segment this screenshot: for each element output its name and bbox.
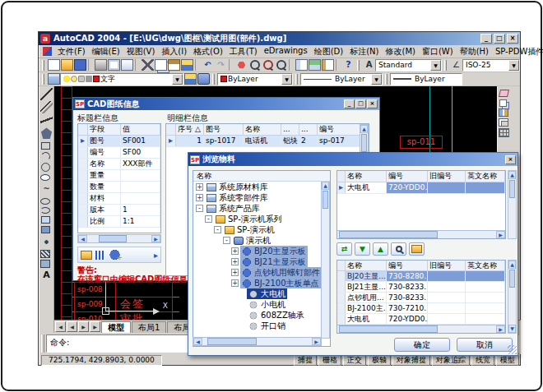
expand-toggle-icon[interactable]: + xyxy=(196,183,203,191)
linetype-combo[interactable]: ByLayer ▼ xyxy=(300,73,383,85)
scrollbar-thumb[interactable] xyxy=(99,235,127,242)
scrollbar-thumb[interactable] xyxy=(339,325,438,333)
column-header[interactable]: 英文名称 xyxy=(466,171,505,182)
first-tab-icon[interactable]: ◀ xyxy=(55,321,66,332)
rectangle-icon[interactable] xyxy=(41,142,50,150)
chevron-down-icon[interactable]: ▼ xyxy=(172,74,183,85)
chevron-down-icon[interactable]: ▼ xyxy=(281,74,292,85)
column-header[interactable]: 名称 xyxy=(346,171,387,182)
maximize-button[interactable]: □ xyxy=(494,34,505,44)
layer-previous-icon[interactable] xyxy=(184,73,197,85)
toolbar-grip[interactable] xyxy=(357,60,360,71)
value-cell[interactable]: 1:1 xyxy=(121,216,160,227)
point-icon[interactable] xyxy=(40,236,53,248)
table-row[interactable]: 点钞机用... 730-8233... xyxy=(337,293,505,303)
menu-item[interactable]: eDrawings xyxy=(261,45,311,58)
menu-item[interactable]: 工具(T) xyxy=(226,45,261,58)
line-icon[interactable] xyxy=(40,88,53,100)
status-toggle-button[interactable]: 对象捕捉 xyxy=(392,355,430,366)
toolbar-grip[interactable] xyxy=(42,60,44,71)
menu-item[interactable]: 视图(V) xyxy=(123,45,159,58)
table-row[interactable]: BJ20主显... 730-8280... xyxy=(337,271,505,282)
scroll-up-icon[interactable]: ▲ xyxy=(360,125,368,133)
plot-icon[interactable] xyxy=(95,59,107,71)
designcenter-icon[interactable] xyxy=(309,59,321,71)
status-toggle-button[interactable]: 模型 xyxy=(496,355,519,366)
toolbar-grip[interactable] xyxy=(444,60,447,71)
tree-item[interactable]: 608ZZ轴承 xyxy=(193,310,330,321)
last-tab-icon[interactable]: ▶ xyxy=(90,321,100,332)
scroll-left-icon[interactable]: ◀ xyxy=(78,235,87,242)
value-cell[interactable] xyxy=(121,170,160,181)
tree-item[interactable]: - SP-演示机系列 xyxy=(193,214,330,224)
cut-icon[interactable] xyxy=(142,59,154,71)
table-row[interactable]: 编号 SF00 xyxy=(78,147,160,159)
erase-icon[interactable] xyxy=(499,90,509,97)
menu-item[interactable]: 修改(M) xyxy=(382,45,418,58)
layout-tab[interactable]: 模型 xyxy=(101,321,131,333)
help-icon[interactable]: ? xyxy=(342,59,355,71)
menu-item[interactable]: 绘图(D) xyxy=(311,45,347,58)
revision-cloud-icon[interactable] xyxy=(40,174,50,181)
zoom-realtime-icon[interactable] xyxy=(248,59,261,71)
column-header[interactable]: 值 xyxy=(121,124,160,135)
zoom-previous-icon[interactable] xyxy=(275,59,287,71)
scroll-up-icon[interactable]: ▲ xyxy=(322,182,329,190)
layer-states-icon[interactable] xyxy=(197,73,210,85)
tree-item[interactable]: + BJ-2100主板单点 xyxy=(193,278,330,288)
tree-item[interactable]: + 系统零部件库 xyxy=(193,192,330,203)
table-row[interactable]: BJ-2100主... 730-7210... xyxy=(337,303,505,314)
insert-block-icon[interactable] xyxy=(41,216,50,224)
scrollbar-thumb[interactable] xyxy=(323,191,328,209)
column-header[interactable]: ... xyxy=(299,124,318,135)
hatch-icon[interactable] xyxy=(40,250,50,258)
expand-toggle-icon[interactable]: + xyxy=(231,279,239,287)
publish-icon[interactable] xyxy=(121,59,133,71)
dialog-minimize-button[interactable]: _ xyxy=(344,99,355,108)
scrollbar-thumb[interactable] xyxy=(509,180,515,198)
ellipse-arc-icon[interactable] xyxy=(40,207,50,214)
scroll-right-icon[interactable]: ▶ xyxy=(312,338,321,345)
resize-grip[interactable] xyxy=(508,345,517,354)
table-row[interactable]: 名称 XXX部件 xyxy=(78,159,160,170)
save-icon[interactable] xyxy=(74,59,86,71)
zoom-window-icon[interactable] xyxy=(262,59,274,71)
expand-toggle-icon[interactable]: - xyxy=(205,215,212,223)
toolbar-grip[interactable] xyxy=(42,74,44,85)
mirror-icon[interactable] xyxy=(499,108,508,117)
column-header[interactable]: 名称 xyxy=(346,261,387,270)
tree-item[interactable]: - SP-演示机 xyxy=(193,224,330,235)
table-row[interactable]: ▸ 图号 SF001 xyxy=(78,136,160,147)
close-button[interactable]: × xyxy=(507,34,518,44)
offset-icon[interactable] xyxy=(499,118,508,127)
copy-object-icon[interactable] xyxy=(499,99,507,107)
table-row[interactable]: ▸ 大电机 720-YDD0... xyxy=(337,182,505,194)
tree-item[interactable]: + BJ21主显示板 xyxy=(193,256,330,267)
ellipse-icon[interactable] xyxy=(40,198,50,205)
region-icon[interactable] xyxy=(40,260,50,268)
dialog-maximize-button[interactable]: □ xyxy=(355,99,366,108)
tree-item[interactable]: - 系统产品库 xyxy=(193,203,330,214)
expand-toggle-icon[interactable]: + xyxy=(231,269,239,276)
menu-item[interactable]: 标注(N) xyxy=(346,45,382,58)
menu-item[interactable]: SP-PDW插件(P) xyxy=(492,45,543,58)
status-toggle-button[interactable]: 栅格 xyxy=(318,355,341,366)
column-header[interactable]: 编号 xyxy=(387,171,428,182)
polyline-icon[interactable] xyxy=(40,114,53,127)
tool-palettes-icon[interactable] xyxy=(322,59,334,71)
menu-item[interactable]: 窗口(W) xyxy=(419,45,457,58)
horizontal-scrollbar[interactable]: ▶ xyxy=(336,325,506,334)
column-header[interactable]: 序号 △ xyxy=(176,124,204,135)
search-icon[interactable] xyxy=(391,242,406,256)
toolbar-grip[interactable] xyxy=(212,74,215,85)
menu-item[interactable]: 帮助(H) xyxy=(457,45,492,58)
scroll-down-icon[interactable]: ▼ xyxy=(508,325,516,333)
vertical-scrollbar[interactable]: ▲ ▼ xyxy=(508,260,517,334)
menu-item[interactable]: 编辑(E) xyxy=(89,45,123,58)
value-cell[interactable] xyxy=(121,193,160,204)
table-row[interactable]: 大电机 720-YDD0... xyxy=(337,314,505,325)
color-combo[interactable]: ByLayer ▼ xyxy=(217,73,293,85)
status-toggle-button[interactable]: 线宽 xyxy=(471,355,494,366)
expand-toggle-icon[interactable]: + xyxy=(231,247,239,255)
circle-icon[interactable] xyxy=(41,163,50,172)
